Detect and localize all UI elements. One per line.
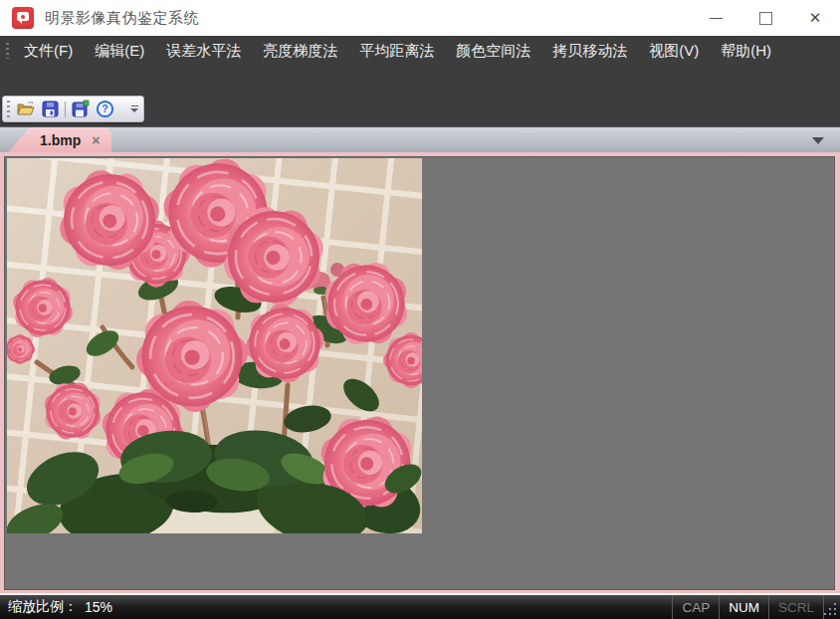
document-tab-bar: 1.bmp × (0, 126, 840, 152)
menu-item-color-space[interactable]: 颜色空间法 (445, 38, 541, 65)
svg-text:?: ? (102, 103, 107, 114)
menubar-grip[interactable] (6, 43, 9, 59)
save-icon (41, 100, 60, 118)
menu-item-error-level[interactable]: 误差水平法 (155, 38, 252, 65)
maximize-icon (759, 12, 772, 25)
zoom-status: 缩放比例： 15% (8, 598, 112, 616)
speech-bubble-icon (17, 12, 29, 21)
keyboard-indicators: CAP NUM SCRL (672, 595, 824, 619)
save-as-icon (71, 100, 90, 118)
menu-item-help[interactable]: 帮助(H) (710, 38, 782, 65)
minimize-icon (710, 18, 723, 19)
menu-item-luminance-gradient[interactable]: 亮度梯度法 (252, 38, 348, 65)
indicator-cap: CAP (672, 595, 719, 619)
overflow-bar (131, 105, 138, 106)
close-icon: ✕ (809, 9, 822, 27)
menu-bar: 文件(F) 编辑(E) 误差水平法 亮度梯度法 平均距离法 颜色空间法 拷贝移动… (0, 36, 840, 66)
indicator-num: NUM (719, 595, 768, 619)
maximize-button[interactable] (740, 0, 790, 36)
menu-item-view[interactable]: 视图(V) (638, 38, 710, 65)
photo-canvas[interactable] (7, 158, 422, 533)
chevron-down-icon (130, 108, 138, 112)
zoom-value: 15% (85, 599, 112, 615)
tab-label: 1.bmp (40, 132, 81, 148)
open-button[interactable] (13, 98, 38, 120)
tab-1bmp[interactable]: 1.bmp × (8, 127, 111, 152)
menu-item-file[interactable]: 文件(F) (13, 38, 84, 65)
save-button[interactable] (38, 98, 63, 120)
open-folder-icon (16, 101, 36, 117)
toolbar-separator (65, 102, 66, 117)
indicator-scrl: SCRL (768, 595, 824, 619)
menu-item-edit[interactable]: 编辑(E) (84, 38, 155, 65)
toolbar-overflow-button[interactable] (128, 103, 140, 114)
minimize-button[interactable] (691, 0, 740, 36)
image-viewport[interactable] (4, 156, 835, 590)
tab-list-dropdown-icon[interactable] (812, 137, 824, 144)
menu-item-average-distance[interactable]: 平均距离法 (348, 38, 445, 65)
window-title: 明景影像真伪鉴定系统 (45, 9, 199, 28)
tool-bar: ? (2, 96, 144, 122)
tab-close-icon[interactable]: × (92, 133, 100, 147)
menu-item-copy-move[interactable]: 拷贝移动法 (541, 38, 638, 65)
title-bar: 明景影像真伪鉴定系统 ✕ (0, 0, 840, 36)
window-controls: ✕ (691, 0, 840, 36)
app-logo-icon (12, 7, 34, 29)
toolbar-grip[interactable] (7, 101, 10, 117)
help-icon: ? (96, 100, 114, 118)
document-frame (0, 152, 840, 595)
save-as-button[interactable] (68, 98, 93, 120)
zoom-label: 缩放比例： (8, 598, 78, 616)
menu-toolbar-zone: 文件(F) 编辑(E) 误差水平法 亮度梯度法 平均距离法 颜色空间法 拷贝移动… (0, 36, 840, 126)
status-bar: 缩放比例： 15% CAP NUM SCRL (0, 595, 840, 619)
close-button[interactable]: ✕ (790, 0, 840, 36)
help-button[interactable]: ? (93, 98, 117, 120)
resize-grip[interactable] (834, 613, 836, 615)
